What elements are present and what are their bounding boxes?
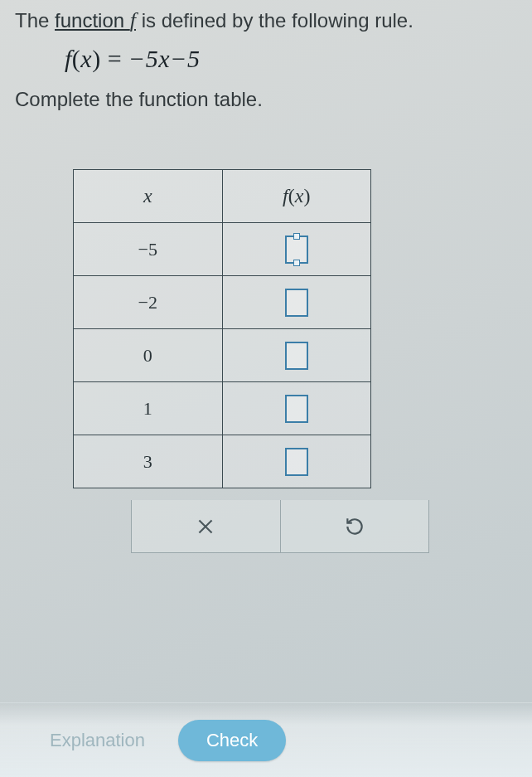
- formula-close: ): [92, 45, 101, 72]
- function-table: x f(x) −5 −2 0 1 3: [73, 169, 371, 488]
- answer-input[interactable]: [285, 395, 308, 423]
- table-toolbar: [131, 500, 429, 553]
- answer-input[interactable]: [285, 289, 308, 317]
- formula-open: (: [72, 45, 81, 72]
- intro-text: The function f is defined by the followi…: [15, 8, 517, 33]
- instruction: Complete the function table.: [15, 88, 517, 111]
- table-row: 3: [74, 435, 371, 488]
- function-link-fvar: f: [130, 8, 136, 32]
- formula-f: f: [65, 45, 72, 72]
- fx-cell: [222, 223, 371, 276]
- fx-cell: [222, 435, 371, 488]
- fx-cell: [222, 329, 371, 382]
- x-cell: 0: [74, 329, 223, 382]
- table-row: −2: [74, 276, 371, 329]
- clear-button[interactable]: [132, 500, 280, 552]
- table-row: 0: [74, 329, 371, 382]
- footer: Explanation Check: [0, 702, 532, 777]
- x-cell: −5: [74, 223, 223, 276]
- intro-prefix: The: [15, 9, 55, 32]
- intro-suffix: is defined by the following rule.: [136, 9, 414, 32]
- reset-icon: [344, 516, 365, 537]
- answer-input[interactable]: [285, 236, 308, 264]
- formula-rhs: −5x−5: [128, 45, 200, 72]
- header-fx: f(x): [222, 170, 371, 223]
- answer-input[interactable]: [285, 342, 308, 370]
- reset-button[interactable]: [280, 500, 429, 552]
- fx-cell: [222, 382, 371, 435]
- function-link[interactable]: function f: [55, 9, 136, 32]
- check-button[interactable]: Check: [178, 720, 286, 761]
- formula-x: x: [80, 45, 92, 72]
- answer-input[interactable]: [285, 448, 308, 476]
- function-link-word: function: [55, 9, 130, 32]
- table-row: 1: [74, 382, 371, 435]
- header-x: x: [74, 170, 223, 223]
- x-cell: −2: [74, 276, 223, 329]
- fx-cell: [222, 276, 371, 329]
- table-row: −5: [74, 223, 371, 276]
- explanation-button[interactable]: Explanation: [50, 730, 145, 751]
- formula: f(x) = −5x−5: [65, 45, 517, 73]
- table-header-row: x f(x): [74, 170, 371, 223]
- formula-eq: =: [101, 45, 128, 72]
- x-cell: 3: [74, 435, 223, 488]
- clear-x-icon: [195, 516, 216, 537]
- x-cell: 1: [74, 382, 223, 435]
